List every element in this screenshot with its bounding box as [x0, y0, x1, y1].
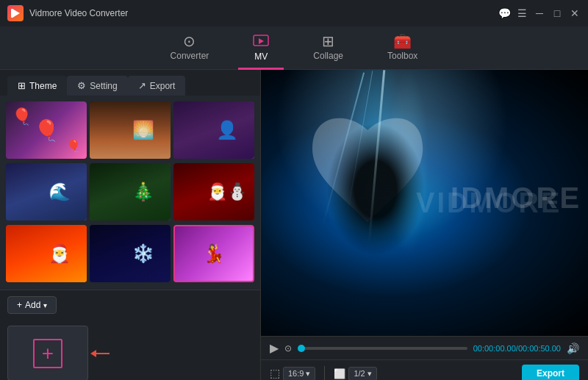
left-panel: ⊞ Theme ⚙ Setting ↗ Export 🎈 🎈 Chic: [0, 70, 261, 380]
theme-chic-label: Chic: [6, 159, 87, 160]
theme-stripes-waves[interactable]: 💃 Stripes & Waves: [173, 225, 254, 284]
theme-snowy-night-thumb: ❄️: [90, 225, 171, 282]
tab-converter-label: Converter: [171, 51, 209, 61]
bottom-left-controls: ⬚ 16:9 ▾ ⬜ 1/2 ▾: [270, 366, 377, 380]
theme-simple-thumb: 🌊: [6, 163, 87, 221]
theme-happy-label: Happy: [173, 159, 254, 160]
maximize-icon[interactable]: □: [551, 7, 563, 19]
resolution-dropdown[interactable]: 1/2 ▾: [348, 367, 376, 381]
clip-area: +: [0, 320, 260, 380]
app-title: Vidmore Video Converter: [29, 8, 128, 18]
theme-chic[interactable]: 🎈 🎈 Chic: [6, 101, 87, 160]
aspect-ratio-dropdown[interactable]: 16:9 ▾: [283, 367, 315, 381]
tab-toolbox-label: Toolbox: [387, 51, 417, 61]
arrow-line: [95, 353, 110, 354]
bottom-controls: ⬚ 16:9 ▾ ⬜ 1/2 ▾ Export: [261, 359, 588, 380]
theme-chic-thumb: 🎈 🎈: [6, 101, 87, 159]
menu-icon[interactable]: ☰: [516, 7, 528, 19]
resolution-icon: ⬜: [334, 368, 345, 379]
sub-tab-export[interactable]: ↗ Export: [128, 76, 186, 96]
tab-collage-label: Collage: [313, 51, 343, 61]
play-button[interactable]: ▶: [270, 341, 279, 355]
export-arrow-icon: ↗: [138, 80, 146, 91]
chat-icon[interactable]: 💬: [498, 7, 510, 19]
theme-happy-thumb: 👤: [173, 101, 254, 159]
add-chevron-icon: ▾: [43, 301, 47, 309]
aspect-ratio-chevron: ▾: [306, 369, 310, 379]
progress-bar[interactable]: [298, 347, 467, 350]
title-bar-left: Vidmore Video Converter: [7, 5, 128, 21]
nav-tabs: ⊙ Converter MV ⊞ Collage 🧰 Toolbox: [0, 26, 588, 70]
right-panel: VIDMORE IDMORE ▶ ⊙ 00:00:00.00/00:00:50.…: [261, 70, 588, 380]
export-button[interactable]: Export: [522, 365, 579, 380]
mv-icon: [253, 34, 269, 49]
stop-button[interactable]: ⊙: [284, 343, 292, 354]
aspect-ratio-icon: ⬚: [270, 367, 280, 380]
tab-mv-label: MV: [254, 51, 268, 62]
collage-icon: ⊞: [322, 34, 334, 49]
tab-mv[interactable]: MV: [238, 29, 284, 70]
toolbox-icon: 🧰: [393, 34, 412, 49]
sub-tab-export-label: Export: [150, 81, 176, 91]
theme-simple[interactable]: 🌊 Simple: [6, 163, 87, 222]
bottom-area: + Add ▾ +: [0, 290, 260, 380]
theme-santa-claus-label: Santa Claus: [6, 282, 87, 284]
add-button[interactable]: + Add ▾: [7, 296, 57, 314]
add-bar: + Add ▾: [0, 290, 260, 320]
aspect-ratio-control: ⬚ 16:9 ▾: [270, 367, 315, 381]
theme-simple-label: Simple: [6, 221, 87, 222]
add-plus-icon: +: [17, 300, 22, 310]
sub-tab-setting-label: Setting: [90, 81, 117, 91]
theme-snowy-night[interactable]: ❄️ Snowy Night: [90, 225, 171, 284]
sub-tab-theme-label: Theme: [29, 81, 57, 91]
svg-rect-1: [11, 9, 13, 18]
close-icon[interactable]: ✕: [569, 7, 581, 19]
minimize-icon[interactable]: ─: [534, 7, 545, 19]
theme-merry-christmas-thumb: 🎅⛄: [173, 163, 254, 221]
theme-merry-christmas[interactable]: 🎅⛄ Merry Christmas: [173, 163, 254, 222]
title-bar-controls: 💬 ☰ ─ □ ✕: [498, 7, 581, 19]
title-bar: Vidmore Video Converter 💬 ☰ ─ □ ✕: [0, 0, 588, 26]
resolution-value: 1/2: [354, 369, 365, 378]
preview-background: VIDMORE IDMORE: [261, 70, 588, 336]
add-button-label: Add: [25, 300, 40, 310]
sub-tab-setting[interactable]: ⚙ Setting: [67, 76, 127, 96]
converter-icon: ⊙: [183, 34, 196, 49]
resolution-control: ⬜ 1/2 ▾: [334, 367, 376, 381]
theme-christmas-eve-label: Christmas Eve: [90, 221, 171, 222]
separator-1: [324, 366, 325, 380]
time-display: 00:00:00.00/00:00:50.00: [473, 344, 561, 353]
volume-icon[interactable]: 🔊: [567, 343, 579, 354]
theme-happy[interactable]: 👤 Happy: [173, 101, 254, 160]
progress-dot: [298, 345, 305, 352]
theme-christmas-eve[interactable]: 🎄 Christmas Eve: [90, 163, 171, 222]
theme-santa-claus[interactable]: 🎅 Santa Claus: [6, 225, 87, 284]
tab-collage[interactable]: ⊞ Collage: [298, 29, 358, 69]
sub-tab-theme[interactable]: ⊞ Theme: [7, 76, 67, 96]
app-logo: [7, 5, 24, 21]
theme-neat-label: Neat: [90, 159, 171, 160]
theme-snowy-night-label: Snowy Night: [90, 282, 171, 284]
sub-tabs: ⊞ Theme ⚙ Setting ↗ Export: [0, 70, 260, 96]
svg-marker-0: [12, 9, 20, 18]
theme-merry-christmas-label: Merry Christmas: [173, 221, 254, 222]
resolution-chevron: ▾: [368, 369, 372, 379]
aspect-ratio-value: 16:9: [288, 369, 304, 378]
theme-santa-claus-thumb: 🎅: [6, 225, 87, 282]
theme-neat-thumb: 🌅: [90, 101, 171, 159]
theme-neat[interactable]: 🌅 Neat: [90, 101, 171, 160]
arrow-indicator: [90, 350, 110, 357]
theme-stripes-waves-thumb: 💃: [173, 225, 254, 282]
video-preview: VIDMORE IDMORE: [261, 70, 588, 336]
time-total: 00:00:50.00: [518, 344, 561, 353]
tab-toolbox[interactable]: 🧰 Toolbox: [373, 29, 432, 69]
player-controls: ▶ ⊙ 00:00:00.00/00:00:50.00 🔊: [261, 336, 588, 359]
theme-christmas-eve-thumb: 🎄: [90, 163, 171, 221]
tab-converter[interactable]: ⊙ Converter: [156, 29, 224, 69]
main-content: ⊞ Theme ⚙ Setting ↗ Export 🎈 🎈 Chic: [0, 70, 588, 380]
clip-add-placeholder[interactable]: +: [7, 326, 88, 380]
theme-stripes-waves-label: Stripes & Waves: [173, 282, 254, 284]
clip-plus-icon: +: [33, 339, 62, 368]
preview-overlay-text: IDMORE: [451, 182, 581, 215]
setting-gear-icon: ⚙: [77, 80, 86, 91]
